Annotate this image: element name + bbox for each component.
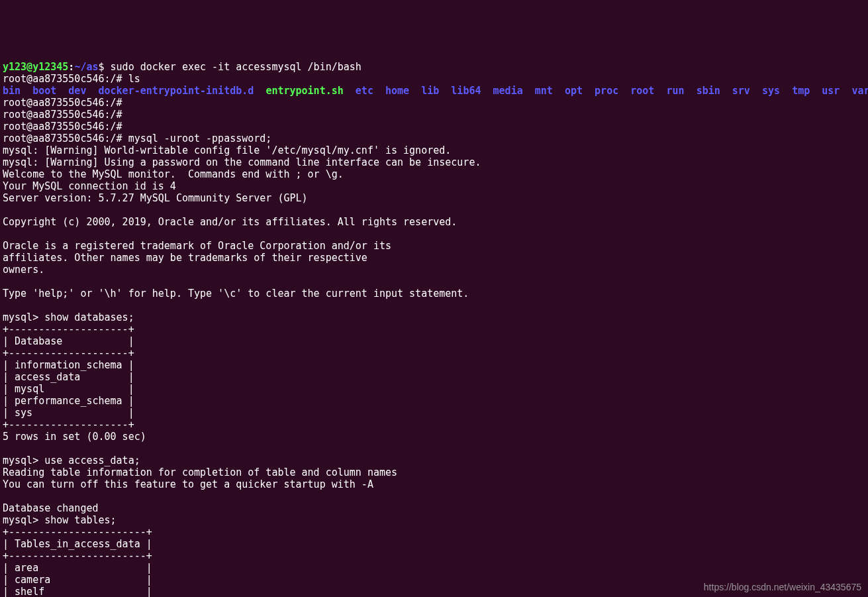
terminal-output[interactable]: y123@y12345:~/as$ sudo docker exec -it a… — [3, 49, 865, 597]
db-header: | Database | — [3, 335, 134, 347]
mysql-trademark-1: Oracle is a registered trademark of Orac… — [3, 240, 391, 252]
prompt-user: y123@y12345 — [3, 61, 68, 73]
cmd-show-tables: mysql> show tables; — [3, 514, 117, 526]
tbl-border-top: +-----------------------+ — [3, 526, 152, 538]
db-border-bot: +--------------------+ — [3, 419, 134, 431]
mysql-welcome-2: Your MySQL connection id is 4 — [3, 180, 176, 192]
db-summary: 5 rows in set (0.00 sec) — [3, 431, 146, 443]
mysql-copyright: Copyright (c) 2000, 2019, Oracle and/or … — [3, 216, 457, 228]
prompt-path: ~/as — [74, 61, 98, 73]
mysql-warn-1: mysql: [Warning] World-writable config f… — [3, 144, 451, 156]
cmd-use-db: mysql> use access_data; — [3, 455, 140, 466]
mysql-welcome-3: Server version: 5.7.27 MySQL Community S… — [3, 192, 308, 204]
db-row-2: | mysql | — [3, 383, 134, 395]
cmd-docker: sudo docker exec -it accessmysql /bin/ba… — [111, 61, 362, 73]
use-db-line-1: Reading table information for completion… — [3, 466, 397, 478]
use-db-line-3: Database changed — [3, 502, 99, 514]
db-row-3: | performance_schema | — [3, 395, 134, 407]
root-prompt-mysql: root@aa873550c546:/# mysql -uroot -ppass… — [3, 133, 271, 144]
db-row-1: | access_data | — [3, 371, 134, 383]
mysql-welcome-1: Welcome to the MySQL monitor. Commands e… — [3, 168, 344, 180]
tbl-row-2: | shelf | — [3, 586, 152, 597]
root-prompt-1: root@aa873550c546:/# ls — [3, 73, 140, 85]
mysql-trademark-2: affiliates. Other names may be trademark… — [3, 252, 367, 264]
tbl-row-0: | area | — [3, 562, 152, 574]
mysql-warn-2: mysql: [Warning] Using a password on the… — [3, 156, 481, 168]
mysql-help: Type 'help;' or '\h' for help. Type '\c'… — [3, 288, 469, 299]
prompt-dollar: $ — [99, 61, 111, 73]
ls-output-line: bin boot dev docker-entrypoint-initdb.d … — [3, 85, 868, 97]
cmd-show-db: mysql> show databases; — [3, 311, 134, 323]
db-row-4: | sys | — [3, 407, 134, 419]
tbl-border-mid: +-----------------------+ — [3, 550, 152, 562]
use-db-line-2: You can turn off this feature to get a q… — [3, 478, 373, 490]
db-border-mid: +--------------------+ — [3, 347, 134, 359]
root-prompt-3: root@aa873550c546:/# — [3, 109, 122, 121]
mysql-trademark-3: owners. — [3, 264, 44, 276]
tbl-header: | Tables_in_access_data | — [3, 538, 152, 550]
root-prompt-2: root@aa873550c546:/# — [3, 97, 122, 109]
tbl-row-1: | camera | — [3, 574, 152, 586]
db-row-0: | information_schema | — [3, 359, 134, 371]
watermark: https://blog.csdn.net/weixin_43435675 — [704, 582, 861, 593]
db-border-top: +--------------------+ — [3, 323, 134, 335]
root-prompt-4: root@aa873550c546:/# — [3, 121, 122, 133]
